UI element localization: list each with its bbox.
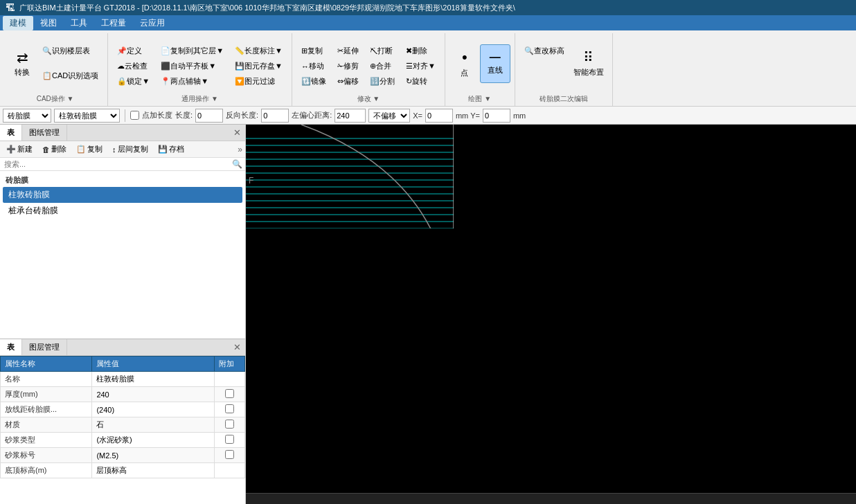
prop-add-2[interactable]: [214, 402, 244, 417]
tree-item-0[interactable]: 柱敦砖胎膜: [3, 187, 242, 203]
btn-copy[interactable]: ⊞ 复制: [296, 44, 331, 58]
split-icon: 🔢: [370, 77, 380, 86]
btn-two-point-axis[interactable]: 📍 两点辅轴▼: [156, 75, 229, 89]
btn-convert[interactable]: ⇄ 转换: [7, 44, 37, 83]
table-row[interactable]: 材质 石: [1, 417, 245, 433]
btn-cloud-check[interactable]: ☁ 云检查: [112, 60, 154, 73]
table-row[interactable]: 砂浆标号 (M2.5): [1, 448, 245, 463]
btn-save-element[interactable]: 💾 图元存盘▼: [230, 60, 287, 73]
left-offset-label: 左偏心距离:: [292, 110, 332, 120]
btn-move[interactable]: ↔ 移动: [296, 60, 331, 73]
btn-mirror[interactable]: 🔃 镜像: [296, 75, 331, 89]
btn-merge[interactable]: ⊕ 合并: [365, 60, 400, 73]
auto-align-icon: ⬛: [161, 62, 170, 71]
btn-cad-identify-options[interactable]: 📋 CAD识别选项: [37, 69, 103, 83]
btn-length-mark-label: 长度标注▼: [244, 46, 283, 56]
prop-value-5[interactable]: (M2.5): [92, 448, 215, 463]
btn-line[interactable]: — 直线: [480, 44, 510, 83]
table-row[interactable]: 名称 柱敦砖胎膜: [1, 372, 245, 387]
btn-align[interactable]: ☰ 对齐▼: [401, 60, 440, 73]
btn-trim[interactable]: ✁ 修剪: [332, 60, 364, 73]
tree-group-label: 砖胎膜: [3, 174, 242, 187]
table-row[interactable]: 厚度(mm) 240: [1, 387, 245, 402]
rotate-icon: ↻: [406, 77, 412, 86]
table-row[interactable]: 砂浆类型 (水泥砂浆): [1, 433, 245, 448]
btn-element-filter[interactable]: 🔽 图元过滤: [230, 75, 287, 89]
check-elevation-icon: 🔍: [524, 46, 534, 55]
btn-delete[interactable]: ✖ 删除: [401, 44, 440, 58]
btn-new[interactable]: ➕ 新建: [3, 143, 36, 156]
bottom-panel-close[interactable]: ✕: [229, 339, 245, 355]
btn-extend[interactable]: ✂ 延伸: [332, 44, 364, 58]
prop-value-6[interactable]: 层顶标高: [92, 463, 215, 478]
prop-value-1[interactable]: 240: [92, 387, 215, 402]
btn-smart-place[interactable]: ⠿ 智能布置: [569, 44, 608, 83]
prop-add-3[interactable]: [214, 417, 244, 433]
top-tab-bar: 表 图纸管理 ✕: [0, 125, 245, 141]
prop-value-4[interactable]: (水泥砂浆): [92, 433, 215, 448]
prop-name-6: 底顶标高(m): [1, 463, 92, 478]
col-prop-name: 属性名称: [1, 357, 92, 372]
top-panel-toolbar: ➕ 新建 🗑 删除 📋 复制 ↕ 层间复制 💾 存档: [0, 141, 245, 158]
modify-group-label: 修改 ▼: [357, 93, 380, 105]
tab-prop-table[interactable]: 表: [0, 339, 22, 355]
tab-layer-mgmt[interactable]: 图层管理: [22, 339, 67, 355]
tab-table[interactable]: 表: [0, 125, 22, 141]
table-row[interactable]: 放线距砖胎膜... (240): [1, 402, 245, 417]
prop-value-0[interactable]: 柱敦砖胎膜: [92, 372, 215, 387]
btn-identify-floor[interactable]: 🔍 识别楼层表: [37, 44, 103, 58]
menu-modeling[interactable]: 建模: [3, 16, 33, 30]
btn-length-mark[interactable]: 📏 长度标注▼: [230, 44, 287, 58]
prop-value-3[interactable]: 石: [92, 417, 215, 433]
two-point-icon: 📍: [161, 77, 170, 86]
menu-cloud[interactable]: 云应用: [133, 16, 172, 30]
cad-view[interactable]: F E D C B 1-6: [246, 125, 856, 504]
btn-break[interactable]: ⛏ 打断: [365, 44, 400, 58]
btn-copy-tree[interactable]: 📋 复制: [73, 143, 106, 156]
btn-rotate[interactable]: ↻ 旋转: [401, 75, 440, 89]
tab-drawing-mgmt[interactable]: 图纸管理: [22, 125, 67, 141]
menu-quantity[interactable]: 工程量: [94, 16, 133, 30]
copy-tree-icon: 📋: [76, 145, 86, 154]
expand-btn[interactable]: »: [238, 145, 242, 154]
btn-check-elevation[interactable]: 🔍 查改标高: [519, 44, 569, 58]
btn-layer-copy[interactable]: ↕ 层间复制: [109, 143, 152, 156]
copy-icon: ⊞: [301, 46, 307, 55]
btn-cloud-check-label: 云检查: [125, 61, 148, 71]
prop-add-5[interactable]: [214, 448, 244, 463]
col-prop-add: 附加: [214, 357, 244, 372]
search-input[interactable]: [3, 159, 232, 169]
prop-add-1[interactable]: [214, 387, 244, 402]
rev-length-input[interactable]: [261, 109, 289, 123]
sub-type-select[interactable]: 柱敦砖胎膜: [54, 109, 120, 123]
menu-view[interactable]: 视图: [33, 16, 64, 30]
y-input[interactable]: [483, 109, 510, 123]
dot-length-label: 点加长度: [142, 110, 172, 120]
btn-copy-to-layer[interactable]: 📄 复制到其它层▼: [156, 44, 229, 58]
btn-auto-align[interactable]: ⬛ 自动平齐板▼: [156, 60, 229, 73]
btn-split[interactable]: 🔢 分割: [365, 75, 400, 89]
top-panel-close[interactable]: ✕: [229, 125, 245, 141]
prop-add-4[interactable]: [214, 433, 244, 448]
length-input[interactable]: [195, 109, 223, 123]
offset-mode-select[interactable]: 不偏移: [368, 109, 410, 123]
search-icon: 🔍: [232, 159, 242, 169]
dot-length-checkbox[interactable]: [130, 111, 139, 120]
menu-tools[interactable]: 工具: [64, 16, 94, 30]
btn-copy-label: 复制: [307, 46, 323, 56]
table-row[interactable]: 底顶标高(m) 层顶标高: [1, 463, 245, 478]
left-offset-input[interactable]: [335, 109, 366, 123]
element-type-select[interactable]: 砖胎膜: [3, 109, 51, 123]
btn-auto-align-label: 自动平齐板▼: [170, 61, 216, 71]
menubar: 建模 视图 工具 工程量 云应用: [0, 15, 856, 30]
btn-archive[interactable]: 💾 存档: [154, 143, 188, 156]
tree-item-1[interactable]: 桩承台砖胎膜: [3, 203, 242, 219]
btn-offset[interactable]: ⇔ 偏移: [332, 75, 364, 89]
prop-value-2[interactable]: (240): [92, 402, 215, 417]
x-input[interactable]: [425, 109, 453, 123]
btn-point[interactable]: • 点: [449, 44, 480, 83]
btn-lock[interactable]: 🔒 锁定▼: [112, 75, 154, 89]
svg-text:F: F: [249, 176, 253, 186]
btn-define[interactable]: 📌 定义: [112, 44, 154, 58]
btn-del[interactable]: 🗑 删除: [39, 143, 70, 156]
